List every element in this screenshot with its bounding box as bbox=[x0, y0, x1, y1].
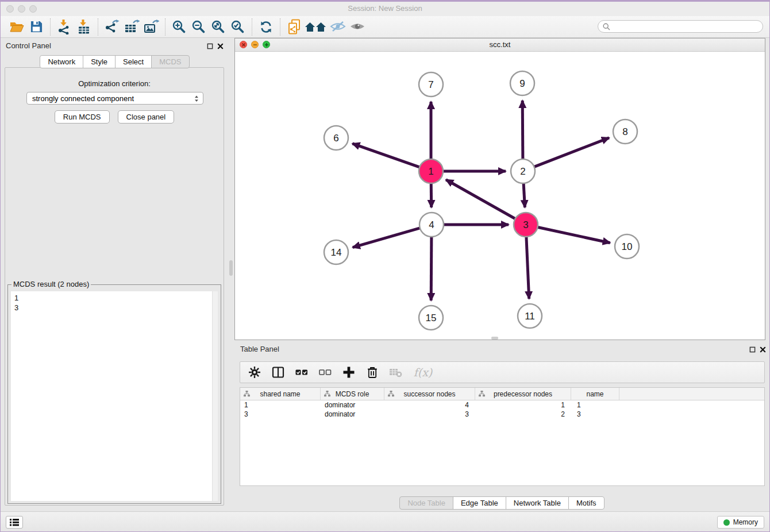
node-3[interactable]: 3 bbox=[514, 213, 538, 237]
column-header-shared-name[interactable]: shared name bbox=[240, 388, 321, 400]
network-vscroll-thumb[interactable] bbox=[229, 260, 233, 276]
table-cell[interactable]: 1 bbox=[240, 401, 321, 409]
table-cell[interactable]: 1 bbox=[475, 401, 571, 409]
edge-3-1[interactable] bbox=[446, 180, 516, 219]
tab-mcds[interactable]: MCDS bbox=[151, 55, 189, 68]
table-settings-icon[interactable] bbox=[247, 365, 262, 380]
close-panel-button[interactable]: Close panel bbox=[118, 110, 175, 124]
export-table-icon[interactable] bbox=[122, 18, 141, 36]
edge-4-15[interactable] bbox=[431, 236, 432, 300]
edge-1-6[interactable] bbox=[352, 144, 421, 168]
control-panel-title: Control Panel bbox=[6, 41, 51, 50]
hide-selected-icon[interactable] bbox=[328, 18, 348, 36]
delete-table-icon[interactable] bbox=[388, 365, 403, 380]
show-all-icon[interactable] bbox=[348, 18, 367, 36]
control-panel-header: Control Panel bbox=[0, 39, 230, 53]
function-builder-icon[interactable]: f(x) bbox=[412, 365, 434, 380]
home-views-icon[interactable] bbox=[304, 18, 328, 36]
table-cell[interactable]: 3 bbox=[240, 410, 321, 418]
search-input[interactable] bbox=[613, 22, 763, 31]
node-11[interactable]: 11 bbox=[518, 304, 542, 328]
task-history-button[interactable] bbox=[6, 516, 23, 529]
table-cell[interactable]: 4 bbox=[384, 401, 475, 409]
network-hscroll-thumb[interactable] bbox=[491, 337, 498, 340]
float-panel-icon[interactable] bbox=[206, 42, 214, 50]
result-scrollbar[interactable] bbox=[212, 291, 218, 501]
refresh-layout-icon[interactable] bbox=[256, 18, 276, 36]
delete-column-icon[interactable] bbox=[365, 365, 380, 380]
zoom-in-icon[interactable] bbox=[170, 18, 189, 36]
search-box[interactable] bbox=[598, 20, 763, 33]
table-row[interactable]: 1dominator411 bbox=[240, 400, 764, 410]
criterion-select[interactable]: strongly connected component bbox=[26, 92, 203, 105]
table-cell[interactable]: 2 bbox=[475, 410, 571, 418]
tab-network-table[interactable]: Network Table bbox=[506, 496, 569, 510]
edge-3-10[interactable] bbox=[537, 227, 610, 243]
node-8[interactable]: 8 bbox=[613, 119, 637, 144]
table-cell[interactable]: 1 bbox=[571, 401, 619, 409]
tab-node-table[interactable]: Node Table bbox=[399, 496, 453, 510]
table-row[interactable]: 3dominator323 bbox=[240, 410, 764, 419]
svg-text:3: 3 bbox=[523, 219, 528, 230]
node-10[interactable]: 10 bbox=[615, 234, 639, 259]
memory-button[interactable]: Memory bbox=[717, 516, 764, 529]
column-header-successor-nodes[interactable]: successor nodes bbox=[384, 388, 475, 400]
table-toolbar: f(x) bbox=[240, 361, 765, 383]
table-cell[interactable]: dominator bbox=[321, 410, 384, 418]
open-session-icon[interactable] bbox=[7, 18, 26, 36]
memory-status-icon bbox=[723, 519, 730, 526]
export-image-icon[interactable] bbox=[141, 18, 161, 36]
tab-network[interactable]: Network bbox=[40, 55, 83, 68]
network-canvas[interactable]: 7968124314101511 bbox=[235, 51, 765, 340]
node-14[interactable]: 14 bbox=[324, 240, 348, 264]
zoom-out-icon[interactable] bbox=[189, 18, 209, 36]
select-all-columns-icon[interactable] bbox=[294, 365, 309, 380]
toolbar-separator bbox=[98, 18, 98, 36]
edge-2-8[interactable] bbox=[533, 138, 609, 167]
tab-select[interactable]: Select bbox=[115, 55, 152, 68]
show-column-panel-icon[interactable] bbox=[271, 365, 286, 380]
node-4[interactable]: 4 bbox=[419, 213, 444, 237]
tab-style[interactable]: Style bbox=[83, 55, 116, 68]
zoom-selected-icon[interactable] bbox=[228, 18, 248, 36]
float-panel-icon[interactable] bbox=[748, 345, 756, 353]
run-mcds-button[interactable]: Run MCDS bbox=[55, 110, 110, 124]
tab-edge-table[interactable]: Edge Table bbox=[453, 496, 506, 510]
mcds-buttons: Run MCDS Close panel bbox=[5, 110, 224, 124]
node-1[interactable]: 1 bbox=[419, 159, 443, 183]
node-9[interactable]: 9 bbox=[510, 71, 534, 95]
edge-3-11[interactable] bbox=[526, 236, 529, 299]
zoom-fit-icon[interactable] bbox=[209, 18, 228, 36]
column-header-name[interactable]: name bbox=[571, 388, 619, 400]
edge-1-4[interactable] bbox=[431, 182, 432, 207]
svg-text:2: 2 bbox=[520, 166, 525, 177]
export-network-icon[interactable] bbox=[102, 18, 122, 36]
mcds-result-area[interactable]: 1 3 bbox=[11, 291, 218, 501]
node-7[interactable]: 7 bbox=[419, 72, 443, 97]
table-cell[interactable]: 3 bbox=[384, 410, 475, 418]
duplicate-network-icon[interactable] bbox=[284, 18, 304, 36]
close-panel-icon[interactable] bbox=[759, 345, 767, 353]
mcds-result-group: MCDS result (2 nodes) 1 3 bbox=[7, 284, 221, 504]
import-table-icon[interactable] bbox=[74, 18, 94, 36]
import-network-icon[interactable] bbox=[55, 18, 74, 36]
table-cell[interactable]: 3 bbox=[571, 410, 619, 418]
search-icon bbox=[603, 23, 610, 30]
node-6[interactable]: 6 bbox=[324, 126, 348, 150]
node-2[interactable]: 2 bbox=[511, 159, 535, 183]
column-header-mcds-role[interactable]: MCDS role bbox=[321, 388, 384, 400]
table-panel-header: Table Panel bbox=[234, 342, 770, 356]
table-cell[interactable]: dominator bbox=[321, 401, 384, 409]
deselect-all-columns-icon[interactable] bbox=[318, 365, 333, 380]
save-session-icon[interactable] bbox=[26, 18, 46, 36]
add-column-icon[interactable] bbox=[341, 365, 356, 380]
edge-2-9[interactable] bbox=[522, 101, 523, 160]
tab-motifs[interactable]: Motifs bbox=[568, 496, 605, 510]
column-header-predecessor-nodes[interactable]: predecessor nodes bbox=[475, 388, 571, 400]
edge-4-14[interactable] bbox=[353, 228, 421, 247]
close-panel-icon[interactable] bbox=[216, 42, 224, 50]
svg-text:4: 4 bbox=[429, 219, 434, 230]
optimization-criterion-label: Optimization criterion: bbox=[5, 79, 224, 88]
node-15[interactable]: 15 bbox=[419, 306, 443, 330]
edge-2-3[interactable] bbox=[523, 182, 525, 207]
